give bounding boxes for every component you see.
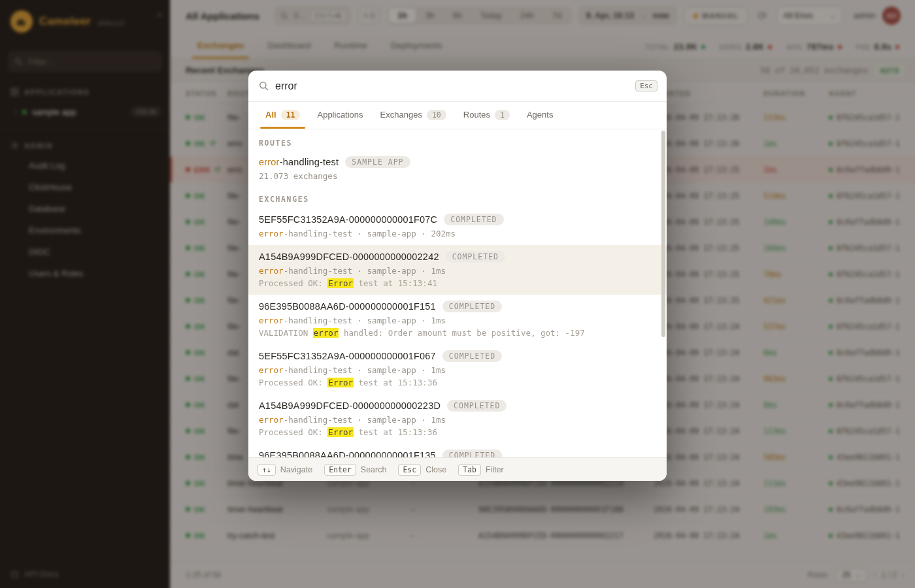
exchange-id: A154B9A999DFCED-000000000000223D (259, 400, 441, 411)
exchange-id: 96E395B0088AA6D-000000000001F135 (259, 450, 436, 457)
exchange-meta: error-handling-test · sample-app · 1ms (259, 266, 656, 276)
routes-section-header: ROUTES (248, 131, 667, 152)
exchange-message: VALIDATION error handled: Order amount m… (259, 328, 656, 338)
highlighted-match: Error (327, 427, 354, 437)
highlighted-match: Error (327, 378, 354, 387)
modal-search-bar: error Esc (248, 71, 667, 102)
scrollbar-thumb[interactable] (661, 131, 665, 337)
tab-count-badge: 11 (281, 110, 301, 120)
tab-count-badge: 1 (495, 110, 510, 120)
key-badge: Enter (324, 464, 356, 476)
key-badge: Tab (458, 464, 481, 476)
key-badge: ↑↓ (258, 464, 276, 476)
exchange-result-item[interactable]: 96E395B0088AA6D-000000000001F151 COMPLET… (248, 295, 667, 344)
status-badge: COMPLETED (444, 214, 503, 225)
exchange-results-list: 5EF55FC31352A9A-000000000001F07C COMPLET… (248, 208, 667, 457)
search-input[interactable]: error (275, 80, 629, 92)
exchange-id: 5EF55FC31352A9A-000000000001F07C (259, 214, 437, 225)
route-result-item[interactable]: error-handling-test SAMPLE APP 21.073 ex… (248, 152, 667, 187)
key-badge: Esc (398, 464, 421, 476)
modal-tab[interactable]: Exchanges10 (374, 103, 453, 128)
exchange-message: Processed OK: Error test at 15:13:41 (259, 278, 656, 288)
modal-footer: ↑↓ Navigate Enter Search Esc Close Tab F… (248, 457, 667, 481)
screen: Cameleer a9dcce2 « Filter... APPLICATION… (0, 0, 915, 588)
route-result-meta: 21.073 exchanges (259, 171, 656, 181)
keyboard-hint: ↑↓ Navigate (258, 464, 312, 476)
exchange-meta: error-handling-test · sample-app · 1ms (259, 316, 656, 325)
modal-tab[interactable]: Routes1 (457, 103, 516, 128)
search-modal: error Esc All11 Applications Exchanges10… (248, 71, 667, 481)
app-badge: SAMPLE APP (345, 156, 410, 168)
esc-key-badge[interactable]: Esc (635, 80, 657, 91)
status-badge: COMPLETED (446, 251, 505, 263)
exchange-message: Processed OK: Error test at 15:13:36 (259, 378, 656, 387)
keyboard-hint: Tab Filter (458, 464, 504, 476)
exchange-id: 96E395B0088AA6D-000000000001F151 (259, 301, 436, 312)
exchange-result-item[interactable]: 96E395B0088AA6D-000000000001F135 COMPLET… (248, 444, 667, 457)
status-badge: COMPLETED (442, 350, 502, 362)
highlighted-match: error (313, 328, 339, 338)
status-badge: COMPLETED (442, 301, 502, 312)
exchange-result-item[interactable]: A154B9A999DFCED-000000000000223D COMPLET… (248, 394, 667, 444)
keyboard-hint: Enter Search (324, 464, 386, 476)
modal-tab[interactable]: Agents (520, 103, 559, 127)
exchanges-section-header: EXCHANGES (248, 187, 667, 208)
keyboard-hint: Esc Close (398, 464, 446, 476)
exchange-meta: error-handling-test · sample-app · 1ms (259, 365, 656, 375)
search-icon (259, 81, 269, 91)
modal-results: ROUTES error-handling-test SAMPLE APP 21… (248, 129, 667, 457)
modal-tab[interactable]: All11 (259, 103, 307, 128)
exchange-result-item[interactable]: A154B9A999DFCED-0000000000002242 COMPLET… (248, 245, 667, 295)
tab-count-badge: 10 (427, 110, 446, 120)
exchange-id: A154B9A999DFCED-0000000000002242 (259, 252, 439, 262)
modal-filter-tabs: All11 Applications Exchanges10 Routes1 A… (248, 102, 667, 129)
status-badge: COMPLETED (447, 400, 507, 412)
exchange-id: 5EF55FC31352A9A-000000000001F067 (259, 351, 436, 361)
modal-tab[interactable]: Applications (310, 103, 369, 127)
highlighted-match: Error (327, 278, 354, 288)
exchange-result-item[interactable]: 5EF55FC31352A9A-000000000001F067 COMPLET… (248, 344, 667, 394)
exchange-meta: error-handling-test · sample-app · 1ms (259, 415, 656, 425)
status-badge: COMPLETED (442, 449, 502, 457)
exchange-meta: error-handling-test · sample-app · 202ms (259, 229, 656, 238)
exchange-message: Processed OK: Error test at 15:13:36 (259, 427, 656, 437)
exchange-result-item[interactable]: 5EF55FC31352A9A-000000000001F07C COMPLET… (248, 208, 667, 245)
